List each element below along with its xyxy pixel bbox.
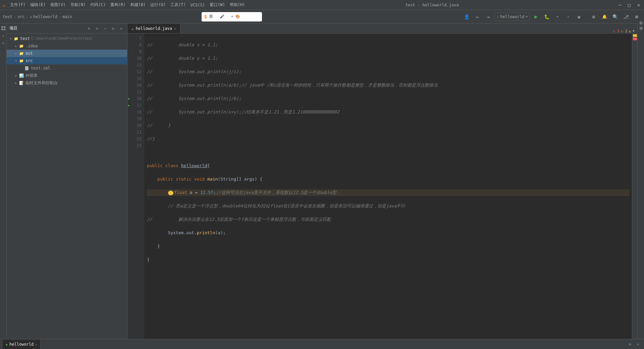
code-content[interactable]: // double x = 1.1; // double y = 1.1; //… <box>144 34 632 339</box>
tree-item-scratch[interactable]: ▶ 📝 临时文件和控制台 <box>7 79 127 87</box>
line-num-16: ▶ 16 <box>129 95 142 102</box>
bottom-tabs-left: ▶ helloworld ✕ <box>3 339 41 349</box>
nav-down-btn[interactable]: ▼ <box>632 29 635 33</box>
tree-item-out[interactable]: ▶ 📁 out <box>7 50 127 57</box>
breadcrumb-test: test <box>3 14 12 19</box>
code-line-12: // System.out.println(x+y);//结果并不是1.21，而… <box>147 109 629 115</box>
code-line-10: // System.out.println(a/b);// java中 /和c语… <box>147 82 629 89</box>
menu-run[interactable]: 运行(U) <box>148 1 168 8</box>
tree-arrow-root: ▼ <box>8 36 13 41</box>
far-right-build[interactable]: 构建 <box>638 30 644 36</box>
tree-arrow-scratch: ▶ <box>13 80 19 86</box>
line-num-14: 14 <box>129 82 142 89</box>
main-layout: ★ ≡ 项目 ⊕ ⊖ ⋯ ⚙ ✕ ▼ 📁 test C:\Users\白线\Id… <box>0 23 644 339</box>
code-line-14: //} <box>147 136 629 142</box>
tree-label-idea: .idea <box>25 44 38 48</box>
bottom-close-btn[interactable]: ✕ <box>635 341 641 348</box>
maximize-button[interactable]: □ <box>627 2 632 8</box>
left-icons-strip: ★ ≡ <box>0 23 7 339</box>
line-num-12: 12 <box>129 68 142 75</box>
profile-button[interactable]: ⚡ <box>564 12 573 21</box>
menu-view[interactable]: 视图(V) <box>48 1 68 8</box>
indicator-error <box>633 38 637 40</box>
window-title: test - helloworld.java <box>406 3 459 7</box>
svg-rect-2 <box>1 29 3 30</box>
tree-item-external[interactable]: ▶ 📊 外部库 <box>7 72 127 79</box>
right-sidebar <box>632 34 637 339</box>
tree-item-idea[interactable]: ▶ 📁 .idea <box>7 42 127 50</box>
run-tab[interactable]: ▶ helloworld ✕ <box>3 340 41 349</box>
line-num-8: 8 <box>129 42 142 48</box>
title-bar-menus: 文件(F) 编辑(E) 视图(V) 导航(N) 代码(C) 重构(R) 构建(B… <box>8 1 247 8</box>
menu-file[interactable]: 文件(F) <box>8 1 28 8</box>
line-num-10: 10 <box>129 55 142 62</box>
settings-button[interactable]: ⚙ <box>589 12 598 21</box>
menu-navigate[interactable]: 导航(N) <box>68 1 88 8</box>
menu-help[interactable]: 帮助(H) <box>228 1 247 8</box>
folder-icon-idea: 📁 <box>19 43 24 49</box>
tree-item-src[interactable]: ▼ 📁 src <box>7 57 127 64</box>
stop-button[interactable]: ◼ <box>574 12 584 21</box>
tree-label-src: src <box>25 58 33 63</box>
tab-filename: helloworld.java <box>136 26 172 31</box>
bottom-settings-btn[interactable]: ⚙ <box>627 341 633 348</box>
tree-item-iml[interactable]: ▶ 📄 test.iml <box>7 64 127 72</box>
settings-panel-button[interactable]: ⚙ <box>110 25 116 32</box>
project-icon[interactable] <box>0 25 7 32</box>
git-button[interactable]: ⎇ <box>621 12 631 21</box>
back-button[interactable]: ← <box>473 12 482 21</box>
code-editor[interactable]: 7 8 9 10 11 12 13 14 15 ▶ 16 ▶ 17 18 19 <box>127 34 637 339</box>
menu-refactor[interactable]: 重构(R) <box>108 1 128 8</box>
show-options-button[interactable]: ⋯ <box>102 25 108 32</box>
menu-tools[interactable]: 工具(T) <box>168 1 188 8</box>
forward-button[interactable]: → <box>484 12 493 21</box>
menu-vcs[interactable]: VCS(S) <box>189 2 207 8</box>
debug-button[interactable]: 🐛 <box>542 12 551 21</box>
close-button[interactable]: ✕ <box>636 2 641 8</box>
svg-rect-1 <box>4 26 5 28</box>
sync-button[interactable]: ⊕ <box>86 25 92 32</box>
line-numbers: 7 8 9 10 11 12 13 14 15 ▶ 16 ▶ 17 18 19 <box>127 34 144 339</box>
line-num-19: 19 <box>129 115 142 122</box>
tree-label-scratch: 临时文件和控制台 <box>25 80 58 86</box>
run-with-coverage[interactable]: ☂ <box>553 12 562 21</box>
code-line-16: public class helloworld{ <box>147 162 629 169</box>
line-num-18: 18 <box>129 109 142 115</box>
code-line-20: // 解决办法要么在12.5后面加一个f表示这是一个单精度浮点数，与前面定义匹配 <box>147 216 629 223</box>
run-config-select[interactable]: ☕ helloworld ▼ <box>494 12 530 21</box>
sougou-widget[interactable]: S 英 · 🎤 · ⌨ 🎨 <box>202 12 262 21</box>
run-config-label: helloworld <box>500 14 524 19</box>
nav-up-btn[interactable]: ▲ <box>629 29 631 33</box>
search-button[interactable]: 🔍 <box>610 12 620 21</box>
structure-icon[interactable]: ≡ <box>0 40 7 46</box>
tree-arrow-src: ▼ <box>13 58 19 63</box>
menu-code[interactable]: 代码(C) <box>88 1 108 8</box>
svg-rect-3 <box>4 29 5 30</box>
far-right-notifications[interactable]: 通知 <box>638 25 644 30</box>
tab-helloworld[interactable]: ☕ helloworld.java ✕ <box>127 24 180 33</box>
run-button[interactable]: ▶ <box>531 12 541 21</box>
run-tab-close[interactable]: ✕ <box>35 343 37 346</box>
line-num-11: 11 <box>129 62 142 68</box>
menu-window[interactable]: 窗口(W) <box>208 1 227 8</box>
editor-area: ☕ helloworld.java ✕ ⚠ 1 ⚠ 2 ▲ ▼ 7 8 9 10… <box>127 23 637 339</box>
user-icon[interactable]: 👤 <box>462 12 472 21</box>
menu-edit[interactable]: 编辑(E) <box>28 1 48 8</box>
minimize-button[interactable]: ─ <box>617 2 623 8</box>
breadcrumb-method: main <box>62 14 72 19</box>
app-icon: ☕ <box>3 2 5 8</box>
breadcrumb: test › src › ☕ helloworld › main <box>3 14 200 19</box>
expand-button[interactable]: ⊞ <box>632 12 641 21</box>
tree-item-root[interactable]: ▼ 📁 test C:\Users\白线\IdeaProjects\test <box>7 35 127 42</box>
bookmark-icon[interactable]: ★ <box>0 32 7 39</box>
breadcrumb-class: ☕ helloworld <box>30 14 57 19</box>
menu-build[interactable]: 构建(B) <box>128 1 148 8</box>
icon-scratch: 📝 <box>19 80 24 86</box>
close-panel-button[interactable]: ✕ <box>118 25 124 32</box>
line-num-9: 9 <box>129 48 142 55</box>
notifications-button[interactable]: 🔔 <box>600 12 609 21</box>
tree-label-iml: test.iml <box>31 66 50 70</box>
line-num-23: 23 <box>129 142 142 149</box>
tab-close-button[interactable]: ✕ <box>174 27 176 31</box>
collapse-all-button[interactable]: ⊖ <box>94 25 100 32</box>
